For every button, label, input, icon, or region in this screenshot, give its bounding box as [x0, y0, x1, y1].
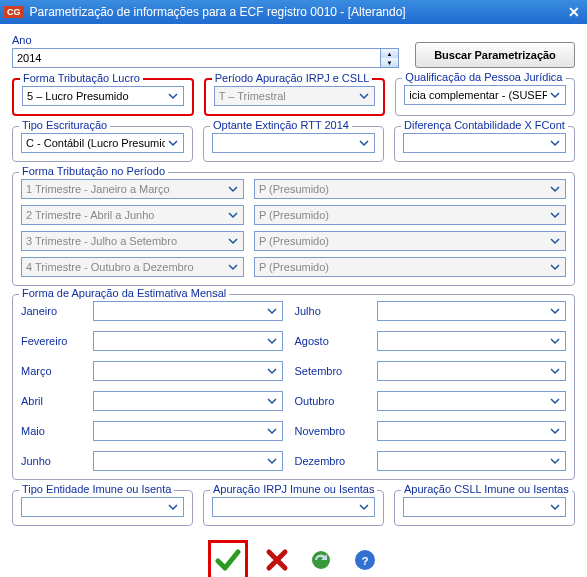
chevron-down-icon[interactable] [264, 363, 280, 379]
chevron-down-icon[interactable] [547, 393, 563, 409]
month-select-março[interactable] [93, 361, 283, 381]
qualificacao-pj-select[interactable]: icia complementar - (SUSEP) [404, 85, 566, 105]
tipo-escrituracao-group: Tipo Escrituração C - Contábil (Lucro Pr… [12, 126, 193, 162]
chevron-down-icon[interactable] [547, 181, 563, 197]
chevron-down-icon[interactable] [547, 259, 563, 275]
apuracao-csll-group: Apuração CSLL Imune ou Isentas [394, 490, 575, 526]
apuracao-irpj-group: Apuração IRPJ Imune ou Isentas [203, 490, 384, 526]
help-button[interactable]: ? [350, 545, 380, 575]
month-select-fevereiro[interactable] [93, 331, 283, 351]
qualificacao-pj-group: Qualificação da Pessoa Jurídica icia com… [395, 78, 575, 116]
confirm-highlight [208, 540, 248, 577]
trimestre-value-select-4[interactable]: P (Presumido) [254, 257, 566, 277]
trimestre-value-select-3[interactable]: P (Presumido) [254, 231, 566, 251]
dif-contab-group: Diferença Contabilidade X FCont [394, 126, 575, 162]
chevron-down-icon[interactable] [547, 87, 563, 103]
check-icon [215, 547, 241, 573]
confirm-button[interactable] [213, 545, 243, 575]
month-select-junho[interactable] [93, 451, 283, 471]
chevron-down-icon[interactable] [547, 453, 563, 469]
trimestre-select-1[interactable]: 1 Trimestre - Janeiro a Março [21, 179, 244, 199]
trimestre-select-4[interactable]: 4 Trimestre - Outubro a Dezembro [21, 257, 244, 277]
month-select-maio[interactable] [93, 421, 283, 441]
chevron-down-icon[interactable] [225, 233, 241, 249]
toolbar: ? [12, 540, 575, 577]
month-select-agosto[interactable] [377, 331, 567, 351]
chevron-down-icon[interactable] [264, 423, 280, 439]
month-select-setembro[interactable] [377, 361, 567, 381]
chevron-down-icon[interactable] [165, 135, 181, 151]
spin-down-icon[interactable]: ▼ [381, 58, 398, 67]
buscar-button[interactable]: Buscar Parametrização [415, 42, 575, 68]
month-select-julho[interactable] [377, 301, 567, 321]
chevron-down-icon[interactable] [547, 233, 563, 249]
chevron-down-icon[interactable] [356, 88, 372, 104]
estimativa-mensal-group: Forma de Apuração da Estimativa Mensal J… [12, 294, 575, 480]
refresh-button[interactable] [306, 545, 336, 575]
ano-input[interactable]: 2014 [12, 48, 381, 68]
close-icon[interactable]: ✕ [565, 4, 583, 20]
help-icon: ? [353, 548, 377, 572]
svg-text:?: ? [361, 555, 368, 567]
month-label: Março [21, 365, 81, 377]
month-label: Fevereiro [21, 335, 81, 347]
dif-contab-select[interactable] [403, 133, 566, 153]
month-label: Setembro [295, 365, 365, 377]
month-select-dezembro[interactable] [377, 451, 567, 471]
periodo-apuracao-select[interactable]: T – Trimestral [214, 86, 376, 106]
spin-up-icon[interactable]: ▲ [381, 49, 398, 58]
month-label: Janeiro [21, 305, 81, 317]
forma-tributacao-lucro-select[interactable]: 5 – Lucro Presumido [22, 86, 184, 106]
tipo-entidade-select[interactable] [21, 497, 184, 517]
periodo-apuracao-group: Período Apuração IRPJ e CSLL T – Trimest… [204, 78, 386, 116]
month-select-outubro[interactable] [377, 391, 567, 411]
trimestre-value-select-2[interactable]: P (Presumido) [254, 205, 566, 225]
trimestre-select-2[interactable]: 2 Trimestre - Abril a Junho [21, 205, 244, 225]
titlebar: CG Parametrização de informações para a … [0, 0, 587, 24]
chevron-down-icon[interactable] [547, 499, 563, 515]
chevron-down-icon[interactable] [547, 135, 563, 151]
window-title: Parametrização de informações para a ECF… [30, 5, 566, 19]
chevron-down-icon[interactable] [547, 333, 563, 349]
chevron-down-icon[interactable] [547, 423, 563, 439]
chevron-down-icon[interactable] [264, 333, 280, 349]
month-label: Agosto [295, 335, 365, 347]
chevron-down-icon[interactable] [165, 499, 181, 515]
chevron-down-icon[interactable] [264, 303, 280, 319]
forma-tributacao-periodo-group: Forma Tributação no Período 1 Trimestre … [12, 172, 575, 286]
cancel-button[interactable] [262, 545, 292, 575]
chevron-down-icon[interactable] [225, 207, 241, 223]
month-select-abril[interactable] [93, 391, 283, 411]
apuracao-irpj-select[interactable] [212, 497, 375, 517]
chevron-down-icon[interactable] [165, 88, 181, 104]
month-select-novembro[interactable] [377, 421, 567, 441]
globe-refresh-icon [309, 548, 333, 572]
chevron-down-icon[interactable] [264, 453, 280, 469]
month-label: Junho [21, 455, 81, 467]
chevron-down-icon[interactable] [264, 393, 280, 409]
chevron-down-icon[interactable] [547, 363, 563, 379]
ano-spinner[interactable]: ▲ ▼ [381, 48, 399, 68]
month-label: Maio [21, 425, 81, 437]
forma-tributacao-lucro-group: Forma Tributação Lucro 5 – Lucro Presumi… [12, 78, 194, 116]
x-icon [265, 548, 289, 572]
chevron-down-icon[interactable] [356, 135, 372, 151]
tipo-escrituracao-select[interactable]: C - Contábil (Lucro Presumid [21, 133, 184, 153]
chevron-down-icon[interactable] [547, 207, 563, 223]
optante-rtt-select[interactable] [212, 133, 375, 153]
chevron-down-icon[interactable] [547, 303, 563, 319]
trimestre-value-select-1[interactable]: P (Presumido) [254, 179, 566, 199]
apuracao-csll-select[interactable] [403, 497, 566, 517]
ano-label: Ano [12, 34, 399, 46]
month-label: Julho [295, 305, 365, 317]
month-label: Dezembro [295, 455, 365, 467]
month-label: Outubro [295, 395, 365, 407]
chevron-down-icon[interactable] [225, 181, 241, 197]
month-label: Abril [21, 395, 81, 407]
tipo-entidade-group: Tipo Entidade Imune ou Isenta [12, 490, 193, 526]
chevron-down-icon[interactable] [356, 499, 372, 515]
month-select-janeiro[interactable] [93, 301, 283, 321]
app-badge: CG [4, 6, 24, 18]
chevron-down-icon[interactable] [225, 259, 241, 275]
trimestre-select-3[interactable]: 3 Trimestre - Julho a Setembro [21, 231, 244, 251]
